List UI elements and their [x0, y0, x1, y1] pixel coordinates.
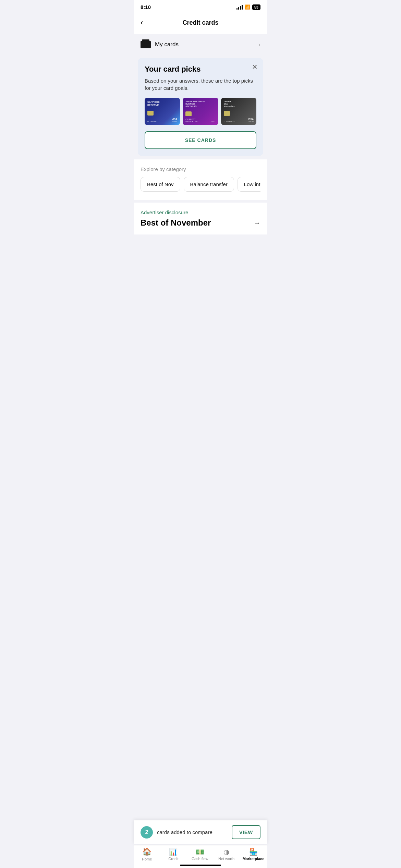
wallet-icon [141, 41, 151, 48]
cashflow-icon: 💵 [196, 848, 204, 855]
best-title: Best of November [141, 218, 211, 228]
nav-marketplace-label: Marketplace [243, 857, 265, 861]
chevron-right-icon: › [258, 41, 260, 48]
advertiser-disclosure-link[interactable]: Advertiser disclosure [141, 209, 260, 215]
nav-cashflow[interactable]: 💵 Cash flow [190, 848, 210, 861]
chip-balance-transfer[interactable]: Balance transfer [184, 177, 234, 192]
close-button[interactable]: ✕ [252, 63, 258, 70]
best-arrow-icon[interactable]: → [254, 219, 260, 227]
wifi-icon: 📶 [245, 4, 250, 10]
card-amex[interactable]: AMERICAN EXPRESSBUSINESSΔSKYMILES C F FR… [183, 98, 218, 125]
signal-icon [236, 5, 243, 10]
my-cards-left: My cards [141, 41, 179, 48]
nav-credit[interactable]: 📊 Credit [163, 848, 184, 861]
chip-low-interest[interactable]: Low intere... [238, 177, 260, 192]
card-brand: VISA [172, 118, 177, 120]
nav-networth-label: Net worth [218, 857, 234, 861]
status-bar: 8:10 📶 53 [134, 0, 267, 13]
view-button[interactable]: VIEW [232, 825, 260, 839]
best-section: Advertiser disclosure Best of November → [134, 203, 267, 234]
card-holder-name: D. BARRETT [147, 120, 159, 122]
home-indicator [180, 865, 221, 866]
chip-best-of-nov[interactable]: Best of Nov [141, 177, 180, 192]
my-cards-label: My cards [155, 41, 179, 48]
card-bottom-united: D. BARRETT VISA Infinite [224, 118, 254, 122]
card-united-logo: UNITEDClubMileagePlus [224, 100, 235, 108]
see-cards-button[interactable]: SEE CARDS [145, 131, 256, 149]
compare-left: 2 cards added to compare [141, 826, 212, 839]
explore-title: Explore by category [141, 166, 260, 172]
compare-count-badge: 2 [141, 826, 153, 839]
explore-section: Explore by category Best of Nov Balance … [134, 159, 267, 200]
compare-text: cards added to compare [157, 829, 212, 835]
back-button[interactable]: ‹ [141, 17, 146, 28]
card-picks-banner: ✕ Your card picks Based on your answers,… [138, 58, 263, 156]
status-right: 📶 53 [236, 4, 260, 10]
networth-icon: ◑ [223, 848, 229, 855]
compare-bar: 2 cards added to compare VIEW [134, 820, 267, 844]
battery-indicator: 53 [252, 4, 260, 10]
home-icon: 🏠 [142, 848, 151, 856]
nav-marketplace[interactable]: 🏪 Marketplace [243, 848, 265, 861]
nav-home-label: Home [142, 857, 152, 861]
nav-home[interactable]: 🏠 Home [137, 848, 157, 861]
page-title: Credit cards [182, 19, 218, 26]
card-chip-united [224, 111, 230, 116]
card-number-amex: 7997 [211, 120, 215, 122]
card-picks-title: Your card picks [145, 65, 256, 74]
card-chip [147, 111, 154, 116]
card-amex-logo: AMERICAN EXPRESSBUSINESSΔSKYMILES [185, 100, 205, 108]
nav-credit-label: Credit [168, 857, 178, 861]
card-holder-united: D. BARRETT [224, 120, 235, 122]
card-bottom-amex: C F FROSTREXPORT INC 7997 [185, 118, 215, 122]
cards-display: SAPPHIRERESERVE D. BARRETT VISA Infinite… [145, 98, 256, 125]
card-chip-amex [185, 111, 192, 116]
card-holder-amex: C F FROSTREXPORT INC [185, 118, 198, 122]
my-cards-row[interactable]: My cards › [134, 35, 267, 55]
status-time: 8:10 [141, 4, 151, 10]
card-sapphire-logo: SAPPHIRERESERVE [147, 100, 160, 107]
category-chips: Best of Nov Balance transfer Low intere.… [141, 177, 260, 193]
card-sapphire[interactable]: SAPPHIRERESERVE D. BARRETT VISA Infinite [145, 98, 180, 125]
card-picks-description: Based on your answers, these are the top… [145, 77, 256, 92]
best-title-row: Best of November → [141, 218, 260, 228]
marketplace-icon: 🏪 [249, 848, 258, 855]
nav-cashflow-label: Cash flow [192, 857, 208, 861]
card-united[interactable]: UNITEDClubMileagePlus D. BARRETT VISA In… [221, 98, 256, 125]
card-bottom: D. BARRETT VISA Infinite [147, 118, 177, 122]
card-brand-united: VISA [248, 118, 254, 120]
page-header: ‹ Credit cards [134, 13, 267, 34]
nav-networth[interactable]: ◑ Net worth [216, 848, 236, 861]
credit-icon: 📊 [169, 848, 178, 855]
